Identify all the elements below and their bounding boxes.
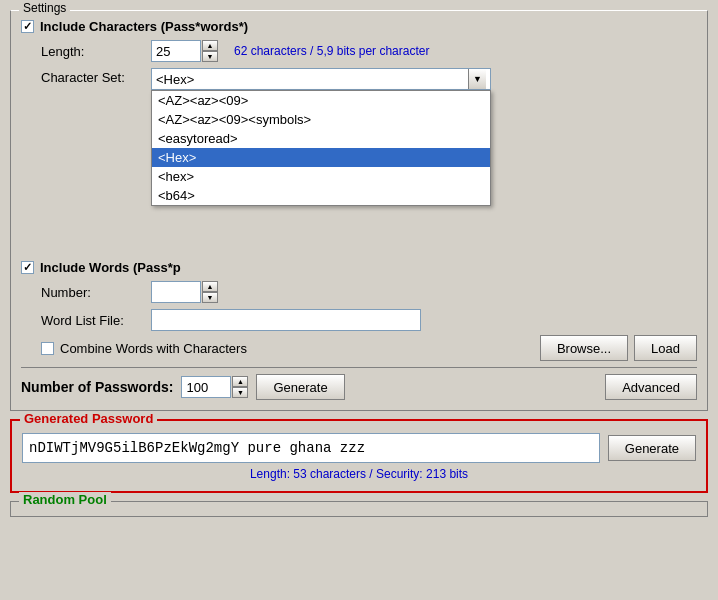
- character-set-label: Character Set:: [41, 70, 151, 85]
- advanced-button[interactable]: Advanced: [605, 374, 697, 400]
- length-row: Length: ▲ ▼ 62 characters / 5,9 bits per…: [21, 40, 697, 62]
- browse-button[interactable]: Browse...: [540, 335, 628, 361]
- number-spinner-buttons: ▲ ▼: [202, 281, 218, 303]
- browse-load-row: Combine Words with Characters Browse... …: [21, 335, 697, 361]
- word-list-input[interactable]: [151, 309, 421, 331]
- password-display: nDIWTjMV9G5ilB6PzEkWg2mgY pure ghana zzz: [22, 433, 600, 463]
- option-b64[interactable]: <b64>: [152, 186, 490, 205]
- include-words-section: ✓ Include Words (Pass*p: [21, 260, 697, 275]
- length-spinner-buttons: ▲ ▼: [202, 40, 218, 62]
- character-set-display[interactable]: <Hex> ▼: [151, 68, 491, 90]
- generated-password-display: nDIWTjMV9G5ilB6PzEkWg2mgY pure ghana zzz…: [22, 433, 696, 463]
- character-set-dropdown-container: <Hex> ▼ <AZ><az><09> <AZ><az><09><symbol…: [151, 68, 491, 90]
- number-up-button[interactable]: ▲: [202, 281, 218, 292]
- length-control-group: ▲ ▼ 62 characters / 5,9 bits per charact…: [151, 40, 697, 62]
- dropdown-arrow-icon: ▼: [468, 69, 486, 89]
- number-row: Number: ▲ ▼: [21, 281, 697, 303]
- include-chars-check-mark: ✓: [23, 21, 32, 32]
- length-up-button[interactable]: ▲: [202, 40, 218, 51]
- num-passwords-spinner-buttons: ▲ ▼: [232, 376, 248, 398]
- random-pool-group: Random Pool: [10, 501, 708, 517]
- include-words-check-mark: ✓: [23, 262, 32, 273]
- word-list-label: Word List File:: [41, 313, 151, 328]
- length-spinner-group: ▲ ▼: [151, 40, 218, 62]
- num-passwords-down-button[interactable]: ▼: [232, 387, 248, 398]
- load-button[interactable]: Load: [634, 335, 697, 361]
- include-words-label: Include Words (Pass*p: [40, 260, 181, 275]
- option-az-az-09[interactable]: <AZ><az><09>: [152, 91, 490, 110]
- random-pool-legend: Random Pool: [19, 492, 111, 507]
- number-down-button[interactable]: ▼: [202, 292, 218, 303]
- generated-password-group: Generated Password nDIWTjMV9G5ilB6PzEkWg…: [10, 419, 708, 493]
- settings-legend: Settings: [19, 1, 70, 15]
- option-easytoread[interactable]: <easytoread>: [152, 129, 490, 148]
- combine-checkbox[interactable]: [41, 342, 54, 355]
- chars-info: 62 characters / 5,9 bits per character: [234, 44, 429, 58]
- length-label: Length:: [41, 44, 151, 59]
- length-security-info: Length: 53 characters / Security: 213 bi…: [22, 467, 696, 481]
- number-label: Number:: [41, 285, 151, 300]
- character-set-selected: <Hex>: [156, 72, 468, 87]
- separator: [21, 367, 697, 368]
- length-down-button[interactable]: ▼: [202, 51, 218, 62]
- num-passwords-spinner: ▲ ▼: [181, 376, 248, 398]
- num-passwords-row: Number of Passwords: ▲ ▼ Generate Advanc…: [21, 374, 697, 400]
- number-input[interactable]: [151, 281, 201, 303]
- option-hex[interactable]: <hex>: [152, 167, 490, 186]
- generated-generate-button[interactable]: Generate: [608, 435, 696, 461]
- generate-button[interactable]: Generate: [256, 374, 344, 400]
- settings-group: Settings ✓ Include Characters (Pass*word…: [10, 10, 708, 411]
- length-input[interactable]: [151, 40, 201, 62]
- outer-panel: Settings ✓ Include Characters (Pass*word…: [10, 10, 708, 517]
- include-chars-label: Include Characters (Pass*words*): [40, 19, 248, 34]
- combine-label: Combine Words with Characters: [60, 341, 247, 356]
- word-list-row: Word List File:: [21, 309, 697, 331]
- num-passwords-input[interactable]: [181, 376, 231, 398]
- character-set-row: Character Set: <Hex> ▼ <AZ><az><09> <AZ>…: [21, 68, 697, 90]
- include-words-checkbox[interactable]: ✓: [21, 261, 34, 274]
- num-passwords-up-button[interactable]: ▲: [232, 376, 248, 387]
- option-az-az-09-symbols[interactable]: <AZ><az><09><symbols>: [152, 110, 490, 129]
- include-chars-checkbox[interactable]: ✓: [21, 20, 34, 33]
- option-Hex[interactable]: <Hex>: [152, 148, 490, 167]
- generated-password-legend: Generated Password: [20, 411, 157, 426]
- num-passwords-label: Number of Passwords:: [21, 379, 173, 395]
- character-set-dropdown[interactable]: <AZ><az><09> <AZ><az><09><symbols> <easy…: [151, 90, 491, 206]
- include-chars-section: ✓ Include Characters (Pass*words*): [21, 19, 697, 34]
- number-spinner-group: ▲ ▼: [151, 281, 218, 303]
